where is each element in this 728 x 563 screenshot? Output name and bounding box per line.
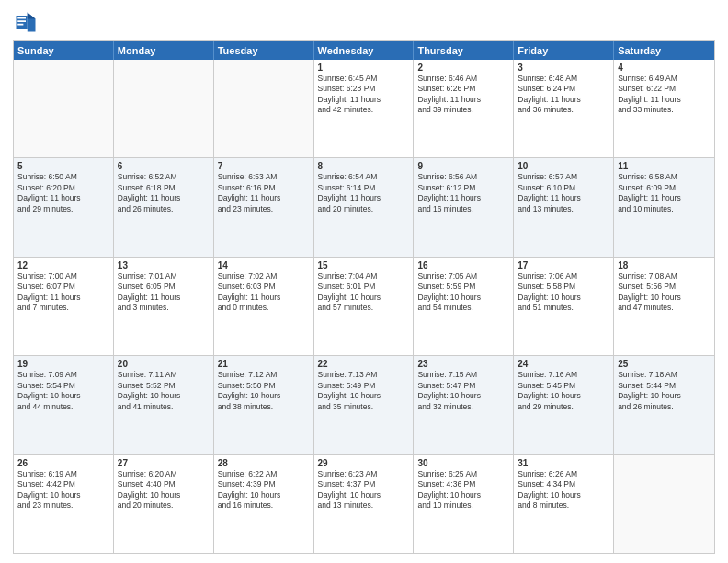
cell-date-number: 30 <box>417 458 509 468</box>
cell-daylight-info: Sunrise: 6:50 AM Sunset: 6:20 PM Dayligh… <box>17 172 109 214</box>
cell-daylight-info: Sunrise: 7:02 AM Sunset: 6:03 PM Dayligh… <box>218 271 310 314</box>
cell-date-number: 9 <box>417 161 509 171</box>
cell-date-number: 12 <box>17 260 109 270</box>
calendar-cell: 30Sunrise: 6:25 AM Sunset: 4:36 PM Dayli… <box>414 455 514 553</box>
cell-daylight-info: Sunrise: 7:15 AM Sunset: 5:47 PM Dayligh… <box>417 370 509 412</box>
calendar-cell: 27Sunrise: 6:20 AM Sunset: 4:40 PM Dayli… <box>114 455 214 553</box>
calendar-cell: 19Sunrise: 7:09 AM Sunset: 5:54 PM Dayli… <box>14 356 114 454</box>
cell-daylight-info: Sunrise: 6:53 AM Sunset: 6:16 PM Dayligh… <box>218 172 310 214</box>
svg-rect-5 <box>17 20 26 22</box>
calendar-cell: 14Sunrise: 7:02 AM Sunset: 6:03 PM Dayli… <box>214 258 314 355</box>
calendar-cell: 25Sunrise: 7:18 AM Sunset: 5:44 PM Dayli… <box>614 356 714 454</box>
cell-date-number: 25 <box>618 359 711 369</box>
cell-date-number: 27 <box>118 458 210 468</box>
cell-date-number: 10 <box>518 161 609 171</box>
cell-date-number: 7 <box>218 161 310 171</box>
cell-daylight-info: Sunrise: 6:25 AM Sunset: 4:36 PM Dayligh… <box>417 469 509 511</box>
cell-date-number: 14 <box>218 260 310 270</box>
cell-date-number: 15 <box>318 260 410 270</box>
cell-date-number: 5 <box>17 161 109 171</box>
cell-date-number: 1 <box>318 63 410 73</box>
calendar-cell: 20Sunrise: 7:11 AM Sunset: 5:52 PM Dayli… <box>114 356 214 454</box>
cell-date-number: 19 <box>17 359 109 369</box>
cell-date-number: 17 <box>518 260 609 270</box>
cell-daylight-info: Sunrise: 7:12 AM Sunset: 5:50 PM Dayligh… <box>218 370 310 412</box>
cell-date-number: 18 <box>618 260 711 270</box>
calendar-body: 1Sunrise: 6:45 AM Sunset: 6:28 PM Daylig… <box>14 60 714 553</box>
calendar-cell: 22Sunrise: 7:13 AM Sunset: 5:49 PM Dayli… <box>314 356 415 454</box>
calendar-row-1: 5Sunrise: 6:50 AM Sunset: 6:20 PM Daylig… <box>14 157 714 256</box>
cell-daylight-info: Sunrise: 7:04 AM Sunset: 6:01 PM Dayligh… <box>318 271 410 314</box>
calendar-cell <box>14 60 114 157</box>
cell-daylight-info: Sunrise: 7:01 AM Sunset: 6:05 PM Dayligh… <box>118 271 210 314</box>
calendar-cell: 10Sunrise: 6:57 AM Sunset: 6:10 PM Dayli… <box>514 158 614 256</box>
calendar-cell: 13Sunrise: 7:01 AM Sunset: 6:05 PM Dayli… <box>114 258 214 355</box>
cell-date-number: 24 <box>518 359 609 369</box>
cell-date-number: 3 <box>518 63 609 73</box>
cell-date-number: 20 <box>118 359 210 369</box>
day-header-friday: Friday <box>514 41 614 60</box>
cell-daylight-info: Sunrise: 7:08 AM Sunset: 5:56 PM Dayligh… <box>618 271 711 314</box>
cell-daylight-info: Sunrise: 6:58 AM Sunset: 6:09 PM Dayligh… <box>618 172 711 214</box>
cell-date-number: 2 <box>417 63 509 73</box>
calendar-cell: 1Sunrise: 6:45 AM Sunset: 6:28 PM Daylig… <box>314 60 415 157</box>
calendar-cell: 4Sunrise: 6:49 AM Sunset: 6:22 PM Daylig… <box>614 60 714 157</box>
cell-daylight-info: Sunrise: 7:09 AM Sunset: 5:54 PM Dayligh… <box>17 370 109 412</box>
cell-daylight-info: Sunrise: 7:16 AM Sunset: 5:45 PM Dayligh… <box>518 370 609 412</box>
calendar-row-2: 12Sunrise: 7:00 AM Sunset: 6:07 PM Dayli… <box>14 257 714 355</box>
cell-date-number: 4 <box>618 63 711 73</box>
cell-date-number: 11 <box>618 161 711 171</box>
header <box>13 9 715 35</box>
cell-date-number: 22 <box>318 359 410 369</box>
calendar-cell <box>214 60 314 157</box>
cell-daylight-info: Sunrise: 7:11 AM Sunset: 5:52 PM Dayligh… <box>118 370 210 412</box>
cell-date-number: 29 <box>318 458 410 468</box>
day-header-saturday: Saturday <box>614 41 714 60</box>
cell-daylight-info: Sunrise: 6:56 AM Sunset: 6:12 PM Dayligh… <box>417 172 509 214</box>
svg-rect-6 <box>17 24 23 26</box>
calendar-cell: 6Sunrise: 6:52 AM Sunset: 6:18 PM Daylig… <box>114 158 214 256</box>
cell-daylight-info: Sunrise: 6:20 AM Sunset: 4:40 PM Dayligh… <box>118 469 210 511</box>
cell-daylight-info: Sunrise: 6:57 AM Sunset: 6:10 PM Dayligh… <box>518 172 609 214</box>
cell-date-number: 21 <box>218 359 310 369</box>
calendar-cell: 18Sunrise: 7:08 AM Sunset: 5:56 PM Dayli… <box>614 258 714 355</box>
cell-date-number: 13 <box>118 260 210 270</box>
cell-date-number: 28 <box>218 458 310 468</box>
cell-daylight-info: Sunrise: 7:00 AM Sunset: 6:07 PM Dayligh… <box>17 271 109 314</box>
calendar-cell: 28Sunrise: 6:22 AM Sunset: 4:39 PM Dayli… <box>214 455 314 553</box>
cell-date-number: 31 <box>518 458 609 468</box>
cell-daylight-info: Sunrise: 6:49 AM Sunset: 6:22 PM Dayligh… <box>618 74 711 116</box>
calendar-cell: 3Sunrise: 6:48 AM Sunset: 6:24 PM Daylig… <box>514 60 614 157</box>
calendar-row-3: 19Sunrise: 7:09 AM Sunset: 5:54 PM Dayli… <box>14 355 714 454</box>
calendar-cell: 8Sunrise: 6:54 AM Sunset: 6:14 PM Daylig… <box>314 158 415 256</box>
calendar-cell: 31Sunrise: 6:26 AM Sunset: 4:34 PM Dayli… <box>514 455 614 553</box>
cell-daylight-info: Sunrise: 6:26 AM Sunset: 4:34 PM Dayligh… <box>518 469 609 511</box>
cell-date-number: 8 <box>318 161 410 171</box>
day-header-thursday: Thursday <box>414 41 514 60</box>
calendar-cell <box>114 60 214 157</box>
calendar-cell: 2Sunrise: 6:46 AM Sunset: 6:26 PM Daylig… <box>414 60 514 157</box>
cell-daylight-info: Sunrise: 7:18 AM Sunset: 5:44 PM Dayligh… <box>618 370 711 412</box>
calendar-header: SundayMondayTuesdayWednesdayThursdayFrid… <box>14 41 714 60</box>
day-header-wednesday: Wednesday <box>314 41 415 60</box>
cell-daylight-info: Sunrise: 6:23 AM Sunset: 4:37 PM Dayligh… <box>318 469 410 511</box>
calendar-cell: 9Sunrise: 6:56 AM Sunset: 6:12 PM Daylig… <box>414 158 514 256</box>
calendar-cell: 11Sunrise: 6:58 AM Sunset: 6:09 PM Dayli… <box>614 158 714 256</box>
cell-daylight-info: Sunrise: 7:06 AM Sunset: 5:58 PM Dayligh… <box>518 271 609 314</box>
calendar-cell: 29Sunrise: 6:23 AM Sunset: 4:37 PM Dayli… <box>314 455 415 553</box>
cell-daylight-info: Sunrise: 6:46 AM Sunset: 6:26 PM Dayligh… <box>417 74 509 116</box>
calendar-cell: 26Sunrise: 6:19 AM Sunset: 4:42 PM Dayli… <box>14 455 114 553</box>
calendar-cell: 21Sunrise: 7:12 AM Sunset: 5:50 PM Dayli… <box>214 356 314 454</box>
cell-date-number: 26 <box>17 458 109 468</box>
calendar-cell: 16Sunrise: 7:05 AM Sunset: 5:59 PM Dayli… <box>414 258 514 355</box>
cell-date-number: 16 <box>417 260 509 270</box>
calendar-cell: 7Sunrise: 6:53 AM Sunset: 6:16 PM Daylig… <box>214 158 314 256</box>
calendar-row-4: 26Sunrise: 6:19 AM Sunset: 4:42 PM Dayli… <box>14 454 714 553</box>
calendar: SundayMondayTuesdayWednesdayThursdayFrid… <box>13 40 715 554</box>
logo-icon <box>13 9 39 35</box>
cell-daylight-info: Sunrise: 6:48 AM Sunset: 6:24 PM Dayligh… <box>518 74 609 116</box>
cell-daylight-info: Sunrise: 7:13 AM Sunset: 5:49 PM Dayligh… <box>318 370 410 412</box>
cell-date-number: 6 <box>118 161 210 171</box>
cell-daylight-info: Sunrise: 6:45 AM Sunset: 6:28 PM Dayligh… <box>318 74 410 116</box>
day-header-monday: Monday <box>114 41 214 60</box>
